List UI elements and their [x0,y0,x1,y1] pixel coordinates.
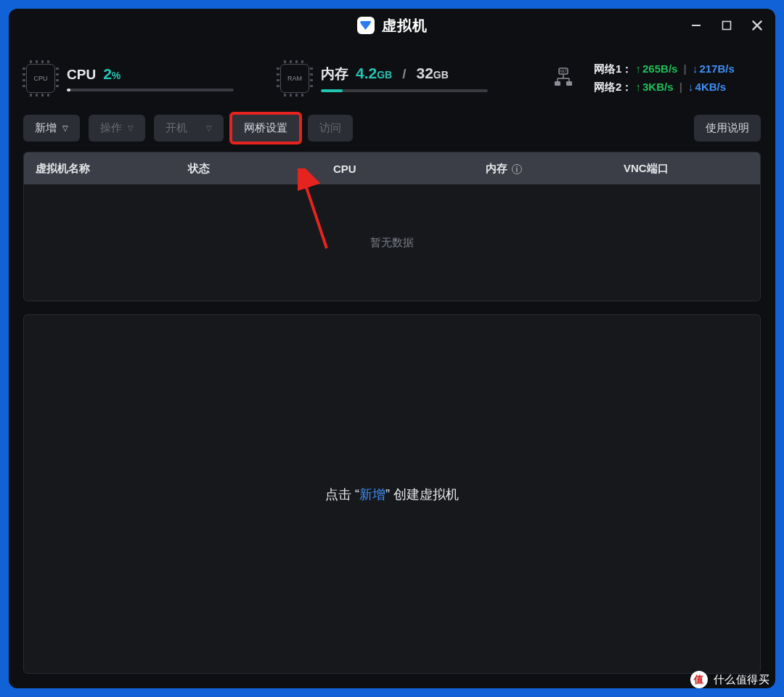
mem-stat: RAM 内存 4.2GB / 32GB [280,64,488,93]
network-icon: NET [549,64,578,93]
maximize-button[interactable] [719,17,735,33]
promo-panel: 点击 “新增” 创建虚拟机 [23,314,761,674]
visit-button[interactable]: 访问 [308,115,353,142]
vm-table-panel: 虚拟机名称 状态 CPU 内存i VNC端口 暂无数据 [23,152,761,301]
table-header: 虚拟机名称 状态 CPU 内存i VNC端口 [24,152,760,184]
titlebar: 虚拟机 [9,9,775,42]
chevron-down-icon: ▽ [62,124,68,132]
mem-sep: / [402,66,406,82]
col-name: 虚拟机名称 [24,162,176,176]
net-stat: NET 网络1： 265B/s | 217B/s 网络2： 3KB/s | [549,62,735,94]
col-status: 状态 [176,162,322,176]
net-row-2: 网络2： 3KB/s | 4KB/s [594,81,735,94]
app-window: 虚拟机 CPU [9,9,775,688]
cpu-value: 2% [103,65,121,83]
svg-rect-4 [555,81,560,86]
window-controls [688,9,765,42]
add-button[interactable]: 新增▽ [23,115,80,142]
close-button[interactable] [749,17,765,33]
minimize-button[interactable] [688,17,704,33]
chevron-down-icon: ▽ [206,124,212,132]
table-empty: 暂无数据 [24,184,760,301]
net-row-1: 网络1： 265B/s | 217B/s [594,62,735,76]
watermark-text: 什么值得买 [714,673,770,687]
mem-bar [321,89,488,92]
bridge-settings-button[interactable]: 网桥设置 [232,115,299,142]
col-mem: 内存i [474,162,612,176]
cpu-icon: CPU [26,64,55,93]
cpu-label: CPU [67,67,96,83]
stats-bar: CPU CPU 2% RAM [9,42,775,109]
col-cpu: CPU [322,163,474,175]
help-button[interactable]: 使用说明 [694,115,761,142]
cpu-stat: CPU CPU 2% [26,64,234,93]
promo-text: 点击 “新增” 创建虚拟机 [325,486,459,503]
app-logo-icon [357,17,375,34]
cpu-bar [67,89,234,91]
mem-label: 内存 [321,65,348,83]
watermark: 值 什么值得买 [690,671,770,688]
action-dropdown[interactable]: 操作▽ [89,115,145,142]
power-dropdown[interactable]: 开机▽ [154,115,224,142]
col-vnc: VNC端口 [612,162,760,176]
toolbar: 新增▽ 操作▽ 开机▽ 网桥设置 访问 使用说明 [9,109,775,152]
mem-total: 32GB [416,65,448,82]
chevron-down-icon: ▽ [128,124,134,132]
mem-used: 4.2GB [356,65,392,82]
title-wrap: 虚拟机 [357,16,428,36]
svg-text:NET: NET [560,69,567,73]
svg-rect-0 [692,25,701,26]
ram-icon: RAM [280,64,309,93]
watermark-badge-icon: 值 [690,671,708,688]
svg-rect-1 [723,22,731,30]
app-title: 虚拟机 [382,16,428,36]
svg-rect-5 [566,81,572,86]
info-icon[interactable]: i [512,164,522,174]
